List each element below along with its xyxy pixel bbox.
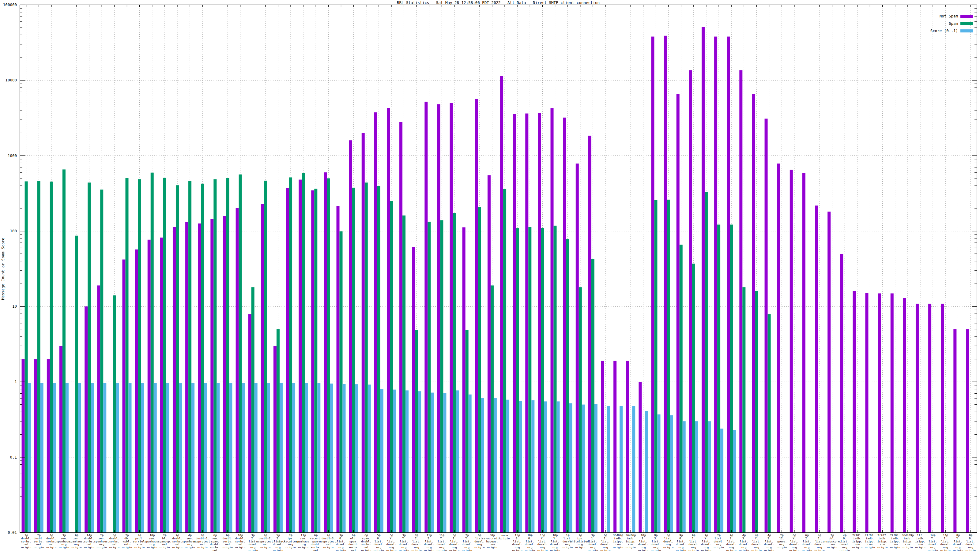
bar-not-spam [437,105,440,533]
bar-score [632,406,635,533]
legend-swatch-not-spam [960,15,973,18]
bar-spam [176,185,179,533]
bar-not-spam [676,94,679,533]
bar-score [65,383,68,533]
bar-not-spam [878,293,881,533]
bar-spam [314,189,317,533]
bar-not-spam [777,164,780,533]
x-tick-label: origin [902,546,913,549]
bar-score [191,383,194,533]
bar-spam [113,295,116,533]
bar-not-spam [34,359,37,533]
bar-score [292,383,295,533]
x-tick-label: origin [134,546,145,549]
bar-not-spam [399,122,402,533]
bar-not-spam [727,37,730,533]
bar-not-spam [135,249,138,533]
bar-not-spam [601,361,604,533]
bar-spam [188,181,191,533]
x-tick-label: origin [273,549,283,551]
bar-spam [755,291,758,533]
bar-not-spam [148,240,151,533]
x-tick-label: origin [940,549,951,551]
bar-spam [264,181,267,533]
bar-score [682,421,686,533]
bar-score [179,383,182,533]
x-tick-label: origin [298,546,309,549]
bar-score [330,384,333,533]
x-tick-label: origin [462,549,472,551]
x-tick-label: origin [46,546,56,549]
x-tick-label: origin [437,549,447,551]
bar-not-spam [916,304,919,533]
y-axis-label: Message Count or Spam Score [1,238,5,300]
x-tick-label: origin [928,549,938,551]
chart-title: RBL Statistics - Sat May 28 12:58:06 EDT… [397,0,600,5]
bar-spam [654,200,657,533]
bar-not-spam [185,222,188,533]
bar-not-spam [588,136,591,533]
x-tick-label: origin [890,546,900,549]
bar-score [506,400,509,533]
bar-not-spam [337,206,340,533]
bar-score [53,383,56,533]
y-tick-label: 1 [14,379,17,384]
bar-not-spam [173,227,176,533]
bar-score [733,430,736,533]
bar-not-spam [198,224,201,533]
bar-spam [528,227,531,533]
bar-spam [679,245,682,533]
bar-not-spam [97,285,100,533]
bar-spam [742,287,745,533]
bar-not-spam [59,346,62,533]
x-tick-label: origin [538,549,547,551]
bar-spam [516,229,519,533]
bar-score [695,421,698,533]
x-tick-label: origin [412,549,422,551]
x-tick-label: origin [714,546,724,549]
bar-score [343,384,346,533]
bar-score [443,393,446,533]
bar-not-spam [236,208,239,533]
rbl-statistics-chart: 0.010.11101001000100001000003@dnsbl.sorb… [0,0,980,551]
x-tick-label: origin [613,546,623,549]
bar-spam [428,222,431,533]
x-tick-label: origin [663,546,673,549]
bar-not-spam [349,140,352,533]
bar-not-spam [853,291,856,533]
x-tick-label: origin [776,546,787,549]
bar-spam [75,236,78,533]
legend-swatch-score [960,29,973,32]
x-tick-label: origin [323,546,334,549]
x-tick-label: origin [235,546,245,549]
x-tick-label: origin [449,549,460,551]
x-tick-label: origin [588,549,598,551]
bar-spam [503,189,506,533]
bar-score [154,383,157,533]
bar-spam [466,330,469,533]
bar-score [78,383,81,533]
x-tick-label: origin [802,549,812,551]
bar-not-spam [450,103,453,533]
bar-not-spam [865,293,868,533]
x-tick-label: origin [550,549,560,551]
bar-score [267,383,270,533]
y-tick-label: 10000 [5,78,17,83]
bar-not-spam [210,219,213,533]
bar-spam [126,178,129,533]
bar-score [229,383,232,533]
bar-score [720,429,723,533]
legend-label-not-spam: Not Spam [940,14,958,18]
x-tick-label: origin [285,546,296,549]
x-tick-label: origin [726,549,737,551]
x-tick-label: origin [172,546,182,549]
bar-spam [667,200,670,533]
bar-spam [37,181,40,533]
bar-not-spam [941,304,944,533]
bar-not-spam [123,260,126,533]
bar-score [582,405,585,533]
bar-not-spam [626,361,629,533]
x-tick-label: origin [109,546,119,549]
x-tick-label: origin [701,549,711,551]
bar-not-spam [891,293,894,533]
